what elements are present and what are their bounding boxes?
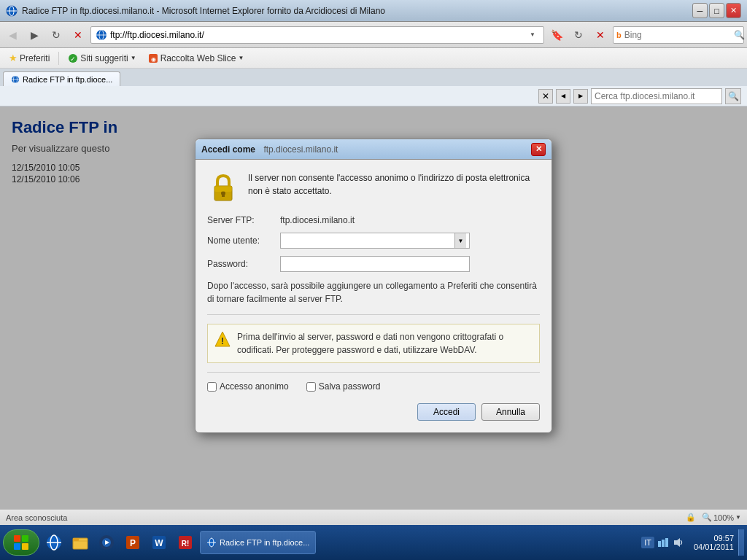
dialog-close-button[interactable]: ✕: [531, 143, 546, 156]
tab-bar: Radice FTP in ftp.dioce...: [0, 69, 747, 86]
svg-rect-15: [222, 193, 225, 197]
taskbar-ppt-icon[interactable]: P: [121, 531, 144, 554]
tab-icon: [11, 75, 20, 84]
web-slice-icon: ◉: [148, 53, 158, 63]
back-button[interactable]: ◀: [3, 26, 22, 44]
sites-dropdown-icon[interactable]: ▼: [131, 55, 136, 61]
sites-suggested-label: Siti suggeriti: [80, 53, 128, 63]
window-title: Radice FTP in ftp.diocesi.milano.it - Mi…: [22, 6, 692, 16]
ftp-search-button[interactable]: 🔍: [725, 88, 741, 104]
network-icon: [657, 537, 669, 548]
password-input[interactable]: [280, 256, 470, 272]
time-display: 09:57: [713, 534, 734, 542]
save-info-section: Dopo l'accesso, sarà possibile aggiunger…: [207, 279, 540, 306]
browser-icon: [6, 5, 18, 17]
lang-indicator: IT: [641, 537, 654, 548]
key-icon-svg: [209, 171, 238, 203]
svg-rect-42: [662, 540, 665, 547]
save-info-text: Dopo l'accesso, sarà possibile aggiunger…: [207, 281, 537, 304]
ftp-search-nav-next[interactable]: ▶: [573, 89, 588, 104]
taskbar-media-icon[interactable]: [95, 531, 118, 554]
sites-suggested-button[interactable]: ✓ Siti suggeriti ▼: [65, 52, 139, 65]
warning-icon: !: [214, 330, 231, 348]
ftp-search-nav-prev[interactable]: ◀: [556, 89, 570, 104]
title-bar: Radice FTP in ftp.diocesi.milano.it - Mi…: [0, 0, 747, 22]
ftp-search-input[interactable]: [591, 88, 722, 104]
sites-icon: ✓: [68, 53, 78, 63]
server-row: Server FTP: ftp.diocesi.milano.it: [207, 215, 540, 225]
search-bar[interactable]: b 🔍: [613, 26, 744, 44]
stop-button[interactable]: ✕: [69, 26, 88, 44]
refresh-button[interactable]: ↻: [47, 26, 66, 44]
nav-tools-2[interactable]: ↻: [569, 26, 588, 44]
web-slice-button[interactable]: ◉ Raccolta Web Slice ▼: [145, 52, 247, 65]
search-icon[interactable]: 🔍: [734, 30, 745, 40]
dialog-overlay: Accedi come ftp.diocesi.milano.it ✕: [0, 106, 747, 509]
password-row: Password:: [207, 256, 540, 272]
anon-checkbox[interactable]: [207, 382, 217, 392]
tab-ftp[interactable]: Radice FTP in ftp.dioce...: [3, 71, 120, 86]
system-tray: IT: [641, 537, 684, 548]
address-bar-icon: [96, 29, 107, 41]
date-display: 04/01/2011: [694, 542, 734, 551]
favorites-button[interactable]: ★ Preferiti: [6, 51, 53, 65]
zoom-control[interactable]: 🔍 100% ▼: [702, 513, 741, 522]
taskbar-word-icon[interactable]: W: [147, 531, 171, 554]
username-label: Nome utente:: [207, 236, 280, 246]
anon-checkbox-label[interactable]: Accesso anonimo: [207, 381, 289, 392]
username-row: Nome utente: ▼: [207, 233, 540, 249]
taskbar-app-icon[interactable]: R!: [174, 531, 197, 554]
username-input[interactable]: [284, 236, 454, 246]
save-password-label: Salva password: [319, 381, 381, 392]
nav-tools-1[interactable]: 🔖: [547, 26, 566, 44]
svg-rect-43: [665, 538, 668, 547]
maximize-button[interactable]: □: [709, 3, 724, 18]
taskbar-ie-task-icon: [206, 537, 217, 548]
minimize-button[interactable]: ─: [692, 3, 708, 18]
username-combo[interactable]: ▼: [280, 233, 470, 249]
dialog-info-text: Il server non consente l'accesso anonimo…: [248, 171, 540, 198]
taskbar-right: IT 09:57 04/01/2011: [641, 529, 744, 556]
save-password-checkbox[interactable]: [306, 382, 316, 392]
status-text: Area sconosciuta: [6, 513, 67, 522]
close-button[interactable]: ✕: [726, 3, 741, 18]
save-password-checkbox-label[interactable]: Salva password: [306, 381, 381, 392]
forward-button[interactable]: ▶: [25, 26, 44, 44]
svg-rect-21: [14, 543, 20, 550]
svg-text:W: W: [155, 538, 163, 548]
dialog-buttons: Accedi Annulla: [207, 403, 540, 421]
svg-rect-16: [214, 186, 232, 192]
zoom-dropdown[interactable]: ▼: [735, 514, 741, 521]
taskbar-ie-icon[interactable]: [42, 531, 66, 554]
checkbox-row: Accesso anonimo Salva password: [207, 381, 540, 392]
nav-stop-red[interactable]: ✕: [591, 26, 610, 44]
ftp-search-area: ✕ ◀ ▶ 🔍: [538, 88, 741, 104]
taskbar-explorer-icon[interactable]: [69, 531, 92, 554]
url-input[interactable]: [110, 30, 526, 40]
start-button[interactable]: [3, 529, 39, 556]
status-bar: Area sconosciuta 🔒 🔍 100% ▼: [0, 509, 747, 525]
dialog-icon-row: Il server non consente l'accesso anonimo…: [207, 171, 540, 203]
show-desktop-button[interactable]: [738, 529, 744, 556]
warning-row: ! Prima dell'invio al server, password e…: [207, 324, 540, 363]
browser-window: Radice FTP in ftp.diocesi.milano.it - Mi…: [0, 0, 747, 525]
combo-dropdown-arrow[interactable]: ▼: [454, 233, 466, 248]
svg-rect-19: [14, 535, 20, 542]
search-input[interactable]: [624, 30, 734, 40]
cancel-button[interactable]: Annulla: [481, 403, 540, 421]
svg-text:✓: ✓: [70, 55, 76, 63]
svg-rect-22: [22, 543, 28, 550]
content-area: Radice FTP in Per visualizzare questo 12…: [0, 106, 747, 509]
dialog-title-bar: Accedi come ftp.diocesi.milano.it ✕: [196, 139, 551, 160]
ftp-close-search[interactable]: ✕: [538, 89, 553, 104]
lock-icon: [207, 171, 239, 203]
address-bar[interactable]: ▼: [90, 26, 544, 44]
zoom-level: 100%: [713, 513, 734, 522]
taskbar-ie-task[interactable]: Radice FTP in ftp.dioce...: [200, 531, 316, 554]
svg-rect-20: [22, 535, 28, 542]
address-dropdown[interactable]: ▼: [526, 26, 539, 44]
volume-icon: [672, 537, 684, 548]
login-button[interactable]: Accedi: [417, 403, 476, 421]
warning-text: Prima dell'invio al server, password e d…: [237, 330, 533, 357]
web-slice-dropdown-icon[interactable]: ▼: [238, 55, 244, 61]
